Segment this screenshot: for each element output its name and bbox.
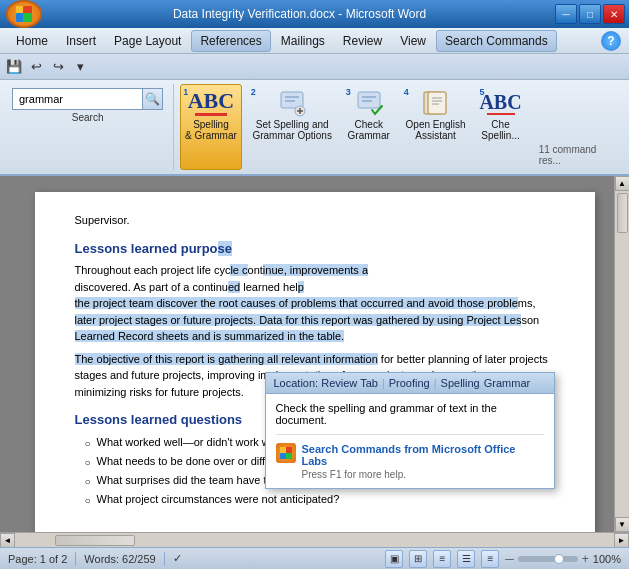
para1-text6: son (521, 314, 539, 326)
bullet-4: ○ (85, 493, 91, 508)
heading-1: Lessons learned purpose (75, 239, 555, 259)
maximize-button[interactable]: □ (579, 4, 601, 24)
scroll-down-arrow[interactable]: ▼ (615, 517, 630, 532)
horizontal-scrollbar: ◄ ► (0, 532, 629, 547)
zoom-minus-button[interactable]: ─ (505, 552, 514, 566)
ribbon: 🔍 Search 1 ABC Spelling& Grammar 2 (0, 80, 629, 176)
doc-scroll-content: Supervisor. Lessons learned purpose Thro… (0, 176, 629, 532)
scroll-thumb[interactable] (617, 193, 628, 233)
tooltip-body-text: Check the spelling and grammar of text i… (276, 402, 544, 426)
view-outline-button[interactable]: ☰ (457, 550, 475, 568)
menu-search-commands[interactable]: Search Commands (436, 30, 557, 52)
redo-button[interactable]: ↪ (48, 57, 68, 77)
check-grammar-icon (353, 87, 385, 119)
para1-highlight1: le c (230, 264, 247, 276)
close-button[interactable]: ✕ (603, 4, 625, 24)
word-count: Words: 62/259 (84, 553, 155, 565)
zoom-thumb[interactable] (554, 554, 564, 564)
view-print-button[interactable]: ▣ (385, 550, 403, 568)
zoom-plus-button[interactable]: + (582, 552, 589, 566)
view-fullscreen-button[interactable]: ⊞ (409, 550, 427, 568)
supervisor-text: Supervisor. (75, 212, 555, 229)
para1-text5: ms, (518, 297, 536, 309)
tooltip-proofing: Proofing (389, 377, 430, 389)
open-english-button[interactable]: 4 Open EnglishAssistant (401, 84, 471, 170)
para1-hl4: p (298, 281, 304, 293)
tooltip-ms-link[interactable]: Search Commands from Microsoft Office La… (302, 443, 544, 467)
scroll-right-arrow[interactable]: ► (614, 533, 629, 548)
view-draft-button[interactable]: ≡ (481, 550, 499, 568)
menu-review[interactable]: Review (335, 31, 390, 51)
tooltip-body: Check the spelling and grammar of text i… (266, 394, 554, 488)
menu-references[interactable]: References (191, 30, 270, 52)
undo-button[interactable]: ↩ (26, 57, 46, 77)
para1-text3: discovered. As part of a continu (75, 281, 228, 293)
search-input[interactable] (12, 88, 142, 110)
save-button[interactable]: 💾 (4, 57, 24, 77)
tooltip-header: Location: Review Tab | Proofing | Spelli… (266, 373, 554, 394)
heading-1-highlight: se (218, 241, 232, 256)
result-count-area: 11 command res... (535, 84, 621, 170)
status-sep-2 (164, 552, 165, 566)
ribbon-number-3: 3 (346, 87, 351, 97)
minimize-button[interactable]: ─ (555, 4, 577, 24)
para1-hl6: later project stages or future projects.… (75, 314, 522, 326)
spell-check-icon[interactable]: ✓ (173, 552, 182, 565)
svg-rect-19 (286, 447, 292, 453)
search-label: Search (12, 112, 163, 123)
bullet-3: ○ (85, 474, 91, 489)
paragraph-1: Throughout each project life cycle conti… (75, 262, 555, 345)
svg-rect-20 (280, 453, 286, 459)
vertical-scrollbar[interactable]: ▲ ▼ (614, 176, 629, 532)
para1-text1: Throughout each project life cyc (75, 264, 231, 276)
ms-office-icon (276, 443, 296, 463)
bullet-2: ○ (85, 455, 91, 470)
menu-home[interactable]: Home (8, 31, 56, 51)
set-spelling-label: Set Spelling andGrammar Options (252, 119, 331, 141)
status-bar: Page: 1 of 2 Words: 62/259 ✓ ▣ ⊞ ≡ ☰ ≡ ─… (0, 547, 629, 569)
menu-page-layout[interactable]: Page Layout (106, 31, 189, 51)
open-english-icon (420, 87, 452, 119)
para1-hl5: the project team discover the root cause… (75, 297, 518, 309)
para2-text1: for better planning of later pro (378, 353, 525, 365)
h-scroll-thumb[interactable] (55, 535, 135, 546)
para1-hl3: ed (228, 281, 240, 293)
check-grammar-button[interactable]: 3 CheckGrammar (343, 84, 395, 170)
tooltip-ms-hint: Press F1 for more help. (302, 469, 544, 480)
h-scroll-track (15, 533, 614, 547)
check-spelling-icon: ABC (485, 87, 517, 119)
menu-insert[interactable]: Insert (58, 31, 104, 51)
page-info: Page: 1 of 2 (8, 553, 67, 565)
set-spelling-grammar-button[interactable]: 2 Set Spelling andGrammar Options (248, 84, 337, 170)
spelling-grammar-button[interactable]: 1 ABC Spelling& Grammar (180, 84, 241, 170)
svg-rect-21 (286, 453, 292, 459)
menu-mailings[interactable]: Mailings (273, 31, 333, 51)
help-icon[interactable]: ? (601, 31, 621, 51)
para2-text3: minimizing risks for future projects. (75, 386, 244, 398)
svg-rect-10 (358, 92, 380, 108)
window-title: Data Integrity Verification.docx - Micro… (44, 7, 555, 21)
tooltip-sep-1: | (382, 377, 385, 389)
zoom-slider[interactable] (518, 556, 578, 562)
para2-hl1: The objective of this report is gatherin… (75, 353, 378, 365)
check-spelling-label: CheSpellin... (481, 119, 519, 141)
spelling-grammar-label: Spelling& Grammar (185, 119, 237, 141)
ribbon-number-5: 5 (479, 87, 484, 97)
menu-view[interactable]: View (392, 31, 434, 51)
para1-text2: ont (248, 264, 263, 276)
svg-rect-3 (23, 13, 32, 22)
ribbon-number-1: 1 (183, 87, 188, 97)
office-logo[interactable] (6, 0, 42, 28)
scroll-up-arrow[interactable]: ▲ (615, 176, 630, 191)
view-web-button[interactable]: ≡ (433, 550, 451, 568)
check-spelling-button[interactable]: 5 ABC CheSpellin... (476, 84, 524, 170)
list-item-4-text: What project circumstances were not anti… (97, 491, 340, 508)
check-grammar-label: CheckGrammar (348, 119, 390, 141)
tooltip-popup: Location: Review Tab | Proofing | Spelli… (265, 372, 555, 489)
title-bar: Data Integrity Verification.docx - Micro… (0, 0, 629, 28)
tooltip-grammar-label: Grammar (484, 377, 530, 389)
doc-page: Supervisor. Lessons learned purpose Thro… (35, 192, 595, 532)
scroll-left-arrow[interactable]: ◄ (0, 533, 15, 548)
search-go-button[interactable]: 🔍 (142, 88, 163, 110)
quick-access-dropdown[interactable]: ▾ (70, 57, 90, 77)
